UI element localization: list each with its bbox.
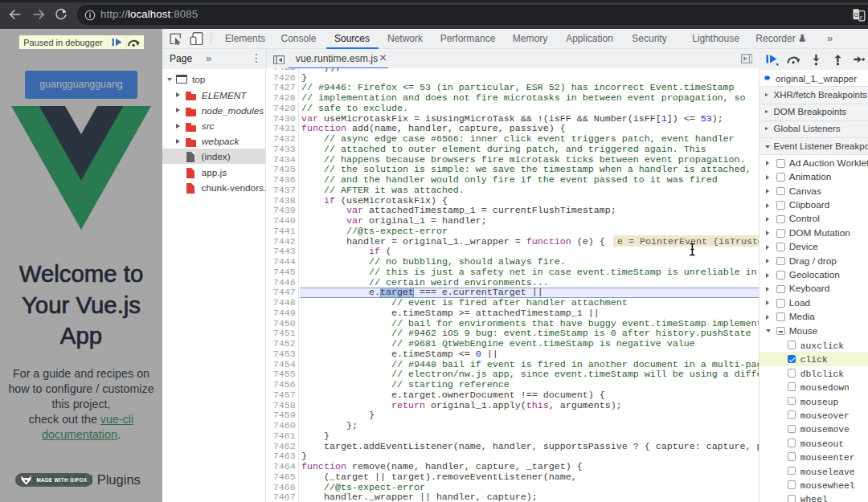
svg-text:G: G bbox=[854, 11, 858, 18]
svg-text:z: z bbox=[859, 14, 862, 21]
